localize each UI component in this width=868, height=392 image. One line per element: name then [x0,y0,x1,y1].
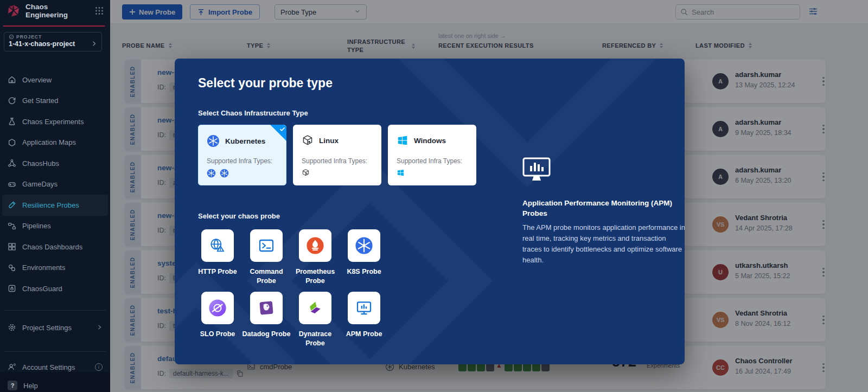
windows-icon [397,169,405,177]
sidebar-item-label: Pipelines [22,222,51,230]
apm-info-heading: Application Performance Monitoring (APM)… [522,198,685,219]
sidebar-item-label: Resilience Probes [22,201,79,209]
probe-tile-datadog[interactable] [250,292,283,324]
sidebar-item-label: Chaos Dashboards [22,243,82,251]
kubernetes-icon [207,134,220,147]
supported-infra-icons [397,169,405,177]
sidebar-item-chaosguard[interactable]: ChaosGuard [0,278,110,299]
probe-tile-command[interactable] [250,229,283,262]
flask-icon [8,117,16,126]
probe-tile-label: HTTP Probe [192,267,244,277]
probe-tile-label: Dynatrace Probe [289,330,341,348]
pipeline-icon [8,222,16,230]
project-selector[interactable]: PROJECT 1-41-x-chaos-project [4,32,102,52]
infra-card-windows[interactable]: Windows Supported Infra Types: [388,125,476,185]
sidebar-item-chaoshubs[interactable]: ChaosHubs [0,153,110,174]
sidebar-item-label: Account Settings [22,363,75,371]
infra-card-name: Linux [319,137,339,145]
kubernetes-icon [207,169,216,178]
probe-tile-slo[interactable] [201,292,234,324]
sidebar-item-resilience-probes[interactable]: Resilience Probes [2,195,108,216]
modal-title: Select your probe type [198,76,333,91]
sidebar-nav: Overview Get Started Chaos Experiments A… [0,69,110,299]
hexagon-icon [8,138,16,147]
sidebar-item-label: Project Settings [22,324,72,332]
project-name: 1-41-x-chaos-project [9,40,97,48]
selected-check-badge [270,125,286,141]
dynatrace-probe-icon [306,299,324,317]
datadog-probe-icon [258,299,275,317]
slo-probe-icon [208,299,227,317]
probe-tile-dynatrace[interactable] [299,292,331,324]
probe-tile-label: Datadog Probe [240,330,292,339]
sidebar-item-environments[interactable]: Environments [0,258,110,279]
probe-section-label: Select your chaos probe [198,212,280,220]
kubernetes-icon [220,169,229,178]
help-footer-panel: ? Help [0,372,110,392]
divider [4,351,106,352]
dashboard-grid-icon [8,242,16,251]
windows-icon [397,134,409,146]
sidebar-item-label: Environments [22,264,65,272]
supported-infra-label: Supported Infra Types: [207,157,272,165]
sidebar-item-application-maps[interactable]: Application Maps [0,132,110,153]
apm-info-body: The APM probe monitors application perfo… [522,222,685,266]
k8s-probe-icon [355,236,373,255]
probe-test-tube-icon [8,201,16,209]
sidebar-item-project-settings[interactable]: Project Settings [0,317,110,338]
sidebar-item-pipelines[interactable]: Pipelines [0,216,110,237]
infra-section-label: Select Chaos Infrastructure Type [198,109,308,117]
sidebar-item-label: ChaosGuard [22,285,62,293]
probe-tile-label: Prometheus Probe [289,267,341,286]
chevron-right-icon [91,39,97,49]
infra-card-name: Kubernetes [225,137,265,145]
account-gear-icon [8,363,16,371]
chaos-engineering-logo-icon [7,4,21,18]
chaos-engineering-app: New Probe Import Probe Probe Type [0,0,868,392]
project-icon [9,34,14,40]
command-probe-icon [258,237,275,254]
apm-probe-icon [355,299,373,317]
environments-icon [8,264,16,272]
probe-tile-label: K8S Probe [338,267,390,277]
sidebar-item-label: Get Started [22,97,58,105]
sidebar-item-gamedays[interactable]: GameDays [0,174,110,195]
chevron-right-icon [97,324,103,332]
project-label: PROJECT [16,34,42,40]
sidebar-item-get-started[interactable]: Get Started [0,91,110,112]
http-probe-icon [209,237,226,254]
monitor-icon [522,157,551,183]
module-grid-icon[interactable] [95,7,104,15]
sidebar-item-chaos-experiments[interactable]: Chaos Experiments [0,111,110,132]
probe-tile-apm[interactable] [348,292,380,324]
probe-tile-http[interactable] [201,229,234,262]
linux-icon [302,134,314,146]
sidebar: Chaos Engineering PROJECT 1-41-x-chaos-p… [0,0,110,392]
sidebar-item-label: Application Maps [22,138,76,146]
prometheus-probe-icon [306,236,324,255]
app-title: Chaos Engineering [25,3,90,19]
infra-card-linux[interactable]: Linux Supported Infra Types: [293,125,381,185]
info-icon: i [95,363,103,371]
guard-lock-icon [8,284,16,293]
sidebar-item-label: Help [23,382,38,390]
linux-icon [302,169,310,177]
sidebar-item-help[interactable]: ? Help [0,375,110,392]
sidebar-item-label: ChaosHubs [22,159,59,168]
help-icon: ? [8,381,17,390]
infra-card-kubernetes[interactable]: Kubernetes Supported Infra Types: [198,125,286,185]
probe-tile-k8s[interactable] [348,229,380,262]
sidebar-item-overview[interactable]: Overview [0,69,110,91]
probe-type-modal: Select your probe type Select Chaos Infr… [175,59,685,364]
sidebar-item-label: Chaos Experiments [22,118,84,126]
supported-infra-icons [302,169,310,177]
gamepad-icon [8,180,16,189]
sidebar-item-label: GameDays [22,180,58,188]
supported-infra-icons [207,169,229,178]
sidebar-item-label: Overview [22,76,52,84]
sidebar-item-chaos-dashboards[interactable]: Chaos Dashboards [0,236,110,258]
get-started-icon [8,97,16,105]
probe-tile-prometheus[interactable] [299,229,331,262]
probe-tile-label: Command Probe [240,267,292,286]
divider [4,310,106,311]
